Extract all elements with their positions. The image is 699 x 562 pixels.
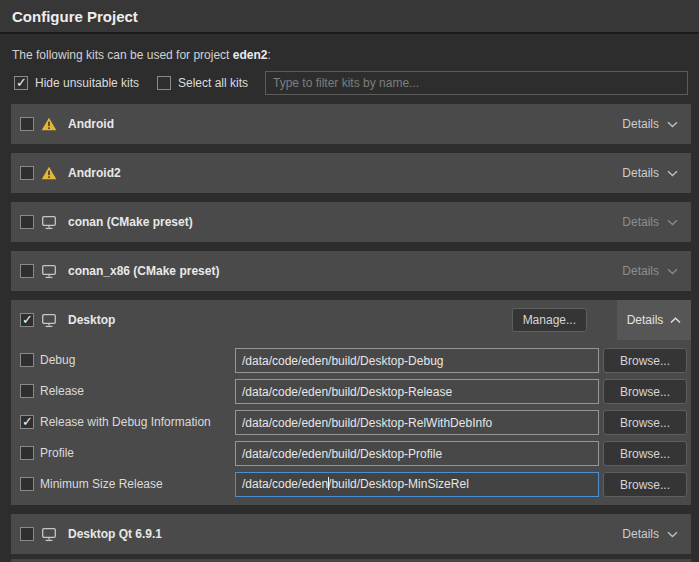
hide-unsuitable-kits-label[interactable]: Hide unsuitable kits	[35, 76, 139, 90]
chevron-down-icon	[667, 166, 678, 180]
intro-prefix: The following kits can be used for proje…	[12, 48, 233, 62]
build-path-input[interactable]	[235, 379, 599, 404]
kit-checkbox[interactable]	[20, 166, 34, 180]
kit-checkbox[interactable]	[20, 215, 34, 229]
monitor-icon	[41, 527, 57, 542]
kit-name: Android	[68, 117, 114, 131]
config-label[interactable]: Release	[40, 379, 84, 404]
browse-button[interactable]: Browse...	[603, 348, 687, 373]
intro-text: The following kits can be used for proje…	[12, 48, 271, 62]
config-checkbox[interactable]	[20, 353, 34, 367]
intro-suffix: :	[267, 48, 270, 62]
config-row-relwithdebinfo: Release with Debug Information Browse...	[11, 410, 691, 435]
details-toggle[interactable]: Details	[622, 527, 691, 541]
kit-checkbox[interactable]	[20, 313, 34, 327]
details-label: Details	[622, 527, 659, 541]
config-row-profile: Profile Browse...	[11, 441, 691, 466]
config-label[interactable]: Release with Debug Information	[40, 410, 211, 435]
chevron-down-icon	[667, 264, 678, 278]
config-row-minsizerel: Minimum Size Release /data/code/eden/bui…	[11, 472, 691, 497]
browse-button[interactable]: Browse...	[603, 379, 687, 404]
details-label: Details	[627, 313, 664, 327]
kit-row-desktop-qt: Desktop Qt 6.9.1 Details	[11, 514, 691, 554]
config-checkbox[interactable]	[20, 477, 34, 491]
select-all-kits-group: Select all kits	[157, 73, 248, 93]
chevron-up-icon	[670, 313, 681, 327]
kit-filter-input[interactable]	[265, 71, 688, 95]
chevron-down-icon	[667, 527, 678, 541]
details-label: Details	[622, 264, 659, 278]
config-checkbox[interactable]	[20, 415, 34, 429]
kit-name: Desktop	[68, 313, 115, 327]
monitor-icon	[41, 215, 57, 230]
build-path-input[interactable]	[235, 410, 599, 435]
kit-name: Desktop Qt 6.9.1	[68, 527, 162, 541]
monitor-icon	[41, 313, 57, 328]
config-checkbox[interactable]	[20, 446, 34, 460]
path-text-before-caret: /data/code/eden	[242, 477, 328, 491]
browse-button[interactable]: Browse...	[603, 410, 687, 435]
monitor-icon	[41, 264, 57, 279]
details-label: Details	[622, 215, 659, 229]
configure-project-page: Configure Project The following kits can…	[0, 0, 699, 562]
kit-checkbox[interactable]	[20, 527, 34, 541]
kit-row-android: Android Details	[11, 104, 691, 144]
kit-header-desktop: Desktop Manage... Details	[11, 300, 691, 340]
kit-checkbox[interactable]	[20, 264, 34, 278]
config-checkbox[interactable]	[20, 384, 34, 398]
details-toggle[interactable]: Details	[622, 215, 691, 229]
build-path-input-focused[interactable]: /data/code/eden/build/Desktop-MinSizeRel	[235, 472, 599, 497]
browse-button[interactable]: Browse...	[603, 472, 687, 497]
warning-icon	[41, 166, 57, 180]
path-text-after-caret: /build/Desktop-MinSizeRel	[328, 477, 469, 491]
chevron-down-icon	[667, 117, 678, 131]
manage-button[interactable]: Manage...	[512, 308, 587, 332]
build-path-input[interactable]	[235, 441, 599, 466]
hide-unsuitable-kits-group: Hide unsuitable kits	[14, 73, 139, 93]
details-toggle[interactable]: Details	[622, 117, 691, 131]
warning-icon	[41, 117, 57, 131]
build-path-input[interactable]	[235, 348, 599, 373]
details-label: Details	[622, 117, 659, 131]
details-label: Details	[622, 166, 659, 180]
page-title: Configure Project	[12, 8, 138, 25]
kit-checkbox[interactable]	[20, 117, 34, 131]
config-label[interactable]: Debug	[40, 348, 75, 373]
browse-button[interactable]: Browse...	[603, 441, 687, 466]
config-row-release: Release Browse...	[11, 379, 691, 404]
hide-unsuitable-kits-checkbox[interactable]	[14, 76, 28, 90]
title-bar: Configure Project	[0, 0, 699, 34]
kit-name: conan_x86 (CMake preset)	[68, 264, 219, 278]
details-toggle[interactable]: Details	[622, 264, 691, 278]
details-toggle[interactable]: Details	[622, 166, 691, 180]
kit-row-conan-x86: conan_x86 (CMake preset) Details	[11, 251, 691, 291]
config-label[interactable]: Minimum Size Release	[40, 472, 163, 497]
select-all-kits-label[interactable]: Select all kits	[178, 76, 248, 90]
config-row-debug: Debug Browse...	[11, 348, 691, 373]
details-toggle-expanded[interactable]: Details	[617, 300, 691, 340]
kit-row-desktop-expanded: Desktop Manage... Details Debug Browse..…	[11, 300, 691, 505]
kit-name: Android2	[68, 166, 121, 180]
kit-row-conan: conan (CMake preset) Details	[11, 202, 691, 242]
chevron-down-icon	[667, 215, 678, 229]
select-all-kits-checkbox[interactable]	[157, 76, 171, 90]
project-name: eden2	[233, 48, 268, 62]
kit-row-android2: Android2 Details	[11, 153, 691, 193]
config-label[interactable]: Profile	[40, 441, 74, 466]
kit-name: conan (CMake preset)	[68, 215, 193, 229]
